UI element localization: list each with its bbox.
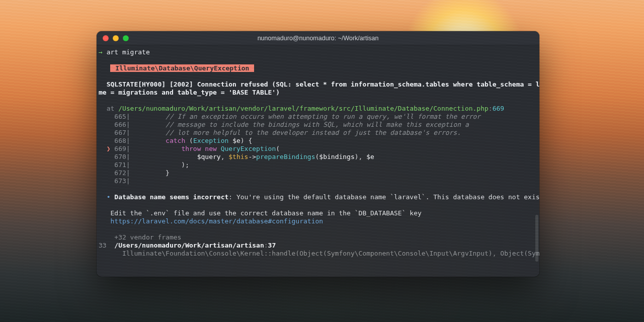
terminal-output: → art migrate Illuminate\Database\QueryE… [99,48,537,258]
window-titlebar[interactable]: nunomaduro@nunomaduro: ~/Work/artisan [97,31,539,45]
maximize-icon[interactable] [123,35,129,41]
minimize-icon[interactable] [113,35,119,41]
terminal-content[interactable]: → art migrate Illuminate\Database\QueryE… [97,45,539,277]
terminal-window: nunomaduro@nunomaduro: ~/Work/artisan → … [97,31,539,277]
scrollbar-thumb[interactable] [535,215,538,262]
window-title: nunomaduro@nunomaduro: ~/Work/artisan [97,34,539,42]
scrollbar[interactable] [535,60,538,275]
traffic-lights [103,35,129,41]
close-icon[interactable] [103,35,109,41]
